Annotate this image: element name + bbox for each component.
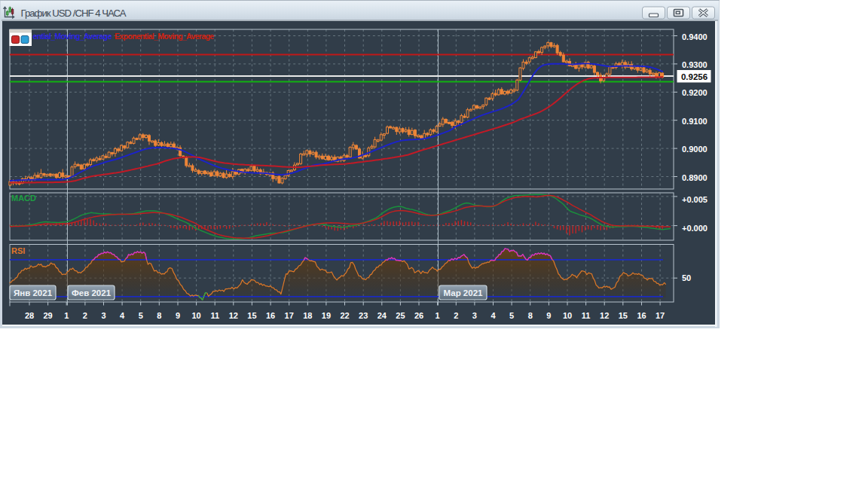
svg-text:8: 8 — [157, 311, 161, 320]
svg-text:0.9000: 0.9000 — [682, 145, 708, 154]
svg-text:4: 4 — [491, 311, 496, 320]
svg-text:11: 11 — [582, 311, 591, 320]
svg-text:24: 24 — [377, 311, 387, 320]
svg-text:50: 50 — [682, 273, 691, 282]
svg-text:MACD: MACD — [11, 194, 36, 203]
svg-text:+0.005: +0.005 — [682, 195, 708, 204]
svg-text:Exponential_Moving_Average: Exponential_Moving_Average — [115, 32, 214, 41]
svg-text:2: 2 — [454, 311, 458, 320]
svg-text:4: 4 — [120, 311, 125, 320]
svg-text:10: 10 — [563, 311, 572, 320]
svg-text:10: 10 — [191, 311, 200, 320]
svg-text:11: 11 — [210, 311, 219, 320]
svg-text:17: 17 — [285, 311, 294, 320]
svg-text:9: 9 — [176, 311, 180, 320]
svg-text:12: 12 — [600, 311, 609, 320]
svg-text:Янв 2021: Янв 2021 — [14, 288, 53, 297]
svg-text:0.9200: 0.9200 — [682, 88, 708, 97]
svg-text:22: 22 — [340, 311, 349, 320]
svg-text:0.9300: 0.9300 — [682, 60, 708, 69]
svg-text:5: 5 — [139, 311, 143, 320]
svg-text:0.8900: 0.8900 — [682, 173, 708, 182]
svg-text:2: 2 — [83, 311, 87, 320]
svg-text:3: 3 — [101, 311, 105, 320]
svg-text:1: 1 — [64, 311, 69, 320]
svg-text:28: 28 — [25, 311, 34, 320]
svg-text:12: 12 — [229, 311, 238, 320]
svg-text:0.9256: 0.9256 — [681, 72, 708, 81]
svg-text:RSI: RSI — [11, 246, 25, 255]
svg-text:Мар 2021: Мар 2021 — [444, 288, 484, 297]
svg-text:15: 15 — [247, 311, 256, 320]
svg-text:+0.000: +0.000 — [682, 224, 708, 233]
svg-text:0.9400: 0.9400 — [682, 32, 708, 41]
svg-text:1: 1 — [436, 311, 440, 320]
svg-text:16: 16 — [637, 311, 646, 320]
svg-text:19: 19 — [322, 311, 331, 320]
svg-text:ential_Moving_Average: ential_Moving_Average — [33, 32, 112, 41]
svg-text:23: 23 — [359, 311, 368, 320]
svg-text:17: 17 — [656, 311, 665, 320]
svg-text:9: 9 — [546, 311, 551, 320]
svg-text:18: 18 — [303, 311, 312, 320]
svg-text:Фев 2021: Фев 2021 — [72, 288, 112, 297]
svg-text:0.9100: 0.9100 — [682, 117, 708, 126]
svg-text:График USD /CHF 4 ЧАСА: График USD /CHF 4 ЧАСА — [21, 8, 127, 19]
svg-text:5: 5 — [509, 311, 514, 320]
svg-text:15: 15 — [619, 311, 628, 320]
svg-text:3: 3 — [472, 311, 477, 320]
svg-text:16: 16 — [266, 311, 275, 320]
svg-text:29: 29 — [43, 311, 52, 320]
svg-text:25: 25 — [396, 311, 405, 320]
svg-text:8: 8 — [528, 311, 533, 320]
svg-text:26: 26 — [414, 311, 423, 320]
